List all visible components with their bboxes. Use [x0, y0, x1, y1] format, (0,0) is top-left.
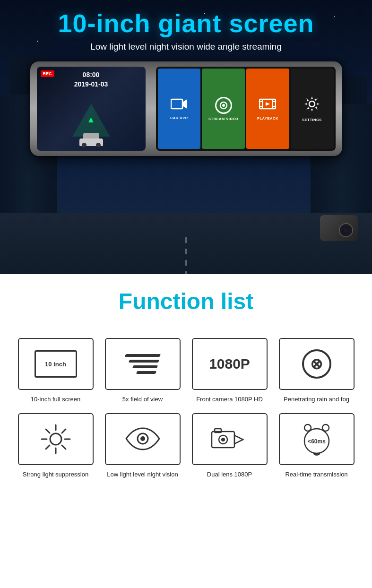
feature-icon-box-screen: 10 inch: [18, 338, 94, 390]
feature-fov: 5x field of view: [103, 338, 182, 404]
hero-section: 10-inch giant screen Low light level nig…: [0, 0, 372, 274]
clock-icon: <60ms: [300, 421, 333, 457]
feature-nightvision: Low light level night vision: [103, 413, 182, 479]
svg-line-21: [46, 445, 50, 449]
feature-label-duallens: Dual lens 1080P: [207, 471, 252, 479]
feature-light: Strong light suppression: [16, 413, 95, 479]
arrow-up-icon: ▲: [87, 115, 95, 125]
feature-realtime: <60ms Real-time transmission: [277, 413, 356, 479]
feature-fullscreen: 10 inch 10-inch full screen: [16, 338, 95, 404]
feature-label-fov: 5x field of view: [122, 396, 163, 404]
rear-cam-body: [320, 215, 358, 241]
svg-line-19: [62, 445, 66, 449]
hd-text-icon: 1080P: [209, 356, 250, 372]
menu-stream-video[interactable]: STREAM VIDEO: [202, 69, 245, 149]
xcircle-icon: ⊗: [302, 349, 331, 379]
feature-label-1080p: Front camera 1080P HD: [196, 396, 263, 404]
svg-rect-0: [171, 99, 182, 109]
svg-point-3: [222, 104, 225, 107]
feature-icon-box-camera: [192, 413, 268, 465]
menu-car-dvr[interactable]: CAR DVR: [158, 69, 201, 149]
feature-icon-box-rain: ⊗: [279, 338, 355, 390]
feature-label-nightvision: Low light level night vision: [107, 471, 178, 479]
rearview-screen: REC 08:00 2019-01-03 ▲: [37, 67, 146, 151]
menu-playback[interactable]: PLAYBACK: [246, 69, 289, 149]
svg-marker-11: [266, 102, 270, 106]
feature-icon-box-fov: [105, 338, 181, 390]
svg-rect-25: [215, 429, 221, 432]
mirror-device: REC 08:00 2019-01-03 ▲: [30, 61, 342, 156]
feature-1080p: 1080P Front camera 1080P HD: [190, 338, 269, 404]
device-time: 08:00 2019-01-03: [74, 70, 108, 89]
svg-line-18: [46, 429, 50, 433]
car-dvr-label: CAR DVR: [170, 116, 188, 120]
menu-screen[interactable]: CAR DVR STREAM VIDEO: [156, 67, 336, 151]
settings-label: SETTINGS: [302, 118, 322, 122]
feature-rain: ⊗ Penetrating rain and fog: [277, 338, 356, 404]
svg-marker-1: [182, 99, 187, 109]
svg-point-12: [309, 101, 315, 107]
video-icon: [171, 97, 188, 113]
fov-lines-icon: [121, 350, 164, 378]
feature-label-screen: 10-inch full screen: [31, 396, 81, 404]
rec-badge: REC: [41, 70, 54, 77]
svg-point-13: [50, 433, 61, 445]
sun-icon: [39, 423, 72, 456]
feature-icon-box-light: [18, 413, 94, 465]
svg-point-27: [221, 438, 225, 441]
hero-subtitle: Low light level night vision wide angle …: [0, 42, 372, 52]
feature-icon-box-eye: [105, 413, 181, 465]
rear-cam-lens: [339, 223, 353, 237]
svg-point-23: [140, 436, 145, 441]
circle-icon: [215, 97, 232, 114]
svg-line-20: [62, 429, 66, 433]
hero-title: 10-inch giant screen: [0, 9, 372, 38]
feature-label-light: Strong light suppression: [23, 471, 88, 479]
svg-text:<60ms: <60ms: [308, 438, 326, 445]
stream-video-label: STREAM VIDEO: [208, 117, 238, 121]
feature-duallens: Dual lens 1080P: [190, 413, 269, 479]
eye-icon: [124, 426, 162, 452]
rear-camera-unit: [311, 203, 358, 241]
functions-title: Function list: [14, 288, 358, 314]
feature-label-rain: Penetrating rain and fog: [284, 396, 349, 404]
feature-label-realtime: Real-time transmission: [285, 471, 347, 479]
camera-icon: [211, 426, 249, 452]
gear-icon: [303, 95, 320, 115]
screen-icon: 10 inch: [35, 350, 77, 378]
film-icon: [259, 97, 276, 113]
functions-section: Function list 10 inch 10-inch full scree…: [0, 274, 372, 588]
svg-marker-28: [234, 435, 243, 444]
feature-icon-box-clock: <60ms: [279, 413, 355, 465]
feature-icon-box-1080p: 1080P: [192, 338, 268, 390]
menu-settings[interactable]: SETTINGS: [291, 69, 334, 149]
car-icon: [79, 133, 103, 146]
road-center-line: [185, 237, 187, 274]
playback-label: PLAYBACK: [257, 116, 278, 121]
features-grid: 10 inch 10-inch full screen 5x field of …: [16, 338, 356, 479]
